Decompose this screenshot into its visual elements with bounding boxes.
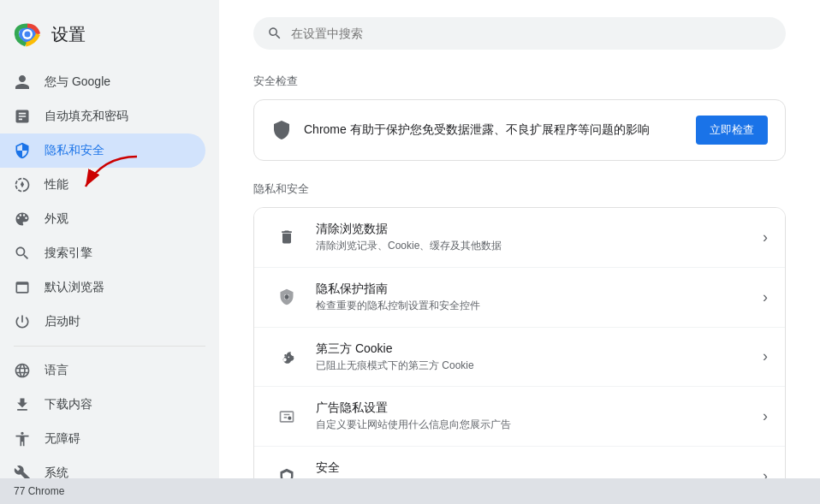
safety-check-section-title: 安全检查	[253, 74, 786, 89]
sidebar: 设置 您与 Google 自动填充和密码 隐私和安全 性能 外观 搜	[0, 0, 219, 504]
sidebar-item-browser[interactable]: 默认浏览器	[0, 270, 205, 305]
performance-icon	[14, 176, 31, 193]
download-icon	[14, 396, 31, 413]
appearance-icon	[14, 210, 31, 228]
startup-icon	[14, 313, 31, 330]
safety-card-left: Chrome 有助于保护您免受数据泄露、不良扩展程序等问题的影响	[271, 120, 650, 140]
check-now-button[interactable]: 立即检查	[696, 116, 768, 145]
sidebar-item-language-label: 语言	[45, 363, 68, 378]
menu-item-security-title: 安全	[316, 460, 756, 476]
sidebar-divider-1	[14, 346, 205, 347]
menu-item-cookie[interactable]: 第三方 Cookie 已阻止无痕模式下的第三方 Cookie ›	[254, 328, 785, 388]
search-bar	[253, 17, 786, 50]
svg-point-10	[285, 295, 289, 299]
privacy-section-title: 隐私和安全	[253, 181, 786, 197]
search-input[interactable]	[291, 27, 772, 40]
sidebar-header: 设置	[0, 14, 219, 65]
sidebar-item-download-label: 下载内容	[45, 397, 92, 412]
menu-item-privacy-guide[interactable]: 隐私保护指南 检查重要的隐私控制设置和安全控件 ›	[254, 268, 785, 328]
menu-item-clear-data[interactable]: 清除浏览数据 清除浏览记录、Cookie、缓存及其他数据 ›	[254, 208, 785, 268]
sidebar-item-appearance[interactable]: 外观	[0, 202, 205, 236]
safety-check-card: Chrome 有助于保护您免受数据泄露、不良扩展程序等问题的影响 立即检查	[253, 99, 786, 161]
sidebar-item-download[interactable]: 下载内容	[0, 388, 205, 422]
sidebar-item-privacy[interactable]: 隐私和安全	[0, 133, 205, 168]
sidebar-item-appearance-label: 外观	[45, 211, 68, 227]
chevron-right-icon-2: ›	[763, 288, 768, 306]
chrome-logo-icon	[14, 21, 41, 48]
eye-shield-icon	[271, 282, 302, 312]
sidebar-item-language[interactable]: 语言	[0, 353, 205, 388]
privacy-menu-list: 清除浏览数据 清除浏览记录、Cookie、缓存及其他数据 › 隐私保护指南 检查…	[253, 207, 786, 504]
chevron-right-icon-4: ›	[763, 407, 768, 425]
menu-item-cookie-desc: 已阻止无痕模式下的第三方 Cookie	[316, 359, 756, 373]
sidebar-item-google[interactable]: 您与 Google	[0, 65, 205, 99]
svg-point-11	[288, 416, 291, 419]
menu-item-ad-privacy[interactable]: 广告隐私设置 自定义要让网站使用什么信息向您展示广告 ›	[254, 387, 785, 447]
bottom-bar: 77 Chrome	[0, 478, 820, 504]
sidebar-item-performance-label: 性能	[45, 177, 68, 193]
main-content: 安全检查 Chrome 有助于保护您免受数据泄露、不良扩展程序等问题的影响 立即…	[219, 0, 820, 504]
menu-item-privacy-guide-desc: 检查重要的隐私控制设置和安全控件	[316, 299, 756, 313]
menu-item-clear-data-title: 清除浏览数据	[316, 222, 756, 237]
browser-icon	[14, 279, 31, 296]
sidebar-item-google-label: 您与 Google	[45, 74, 110, 90]
sidebar-item-performance[interactable]: 性能	[0, 168, 205, 202]
search-engine-icon	[14, 245, 31, 262]
sidebar-item-browser-label: 默认浏览器	[45, 280, 104, 295]
ad-icon	[271, 401, 302, 432]
privacy-menu-wrapper: 清除浏览数据 清除浏览记录、Cookie、缓存及其他数据 › 隐私保护指南 检查…	[253, 207, 786, 504]
sidebar-item-accessibility[interactable]: 无障碍	[0, 422, 205, 456]
trash-icon	[271, 222, 302, 252]
svg-point-4	[25, 32, 31, 38]
sidebar-item-startup[interactable]: 启动时	[0, 305, 205, 339]
search-icon	[267, 26, 282, 41]
menu-item-ad-privacy-desc: 自定义要让网站使用什么信息向您展示广告	[316, 418, 756, 432]
menu-item-ad-privacy-content: 广告隐私设置 自定义要让网站使用什么信息向您展示广告	[316, 400, 756, 432]
sidebar-item-search[interactable]: 搜索引擎	[0, 236, 205, 270]
menu-item-clear-data-content: 清除浏览数据 清除浏览记录、Cookie、缓存及其他数据	[316, 222, 756, 253]
sidebar-item-accessibility-label: 无障碍	[45, 431, 80, 447]
person-icon	[14, 74, 31, 91]
menu-item-privacy-guide-title: 隐私保护指南	[316, 282, 756, 297]
menu-item-cookie-title: 第三方 Cookie	[316, 341, 756, 357]
chevron-right-icon-3: ›	[763, 347, 768, 365]
sidebar-item-autofill-label: 自动填充和密码	[45, 109, 128, 124]
sidebar-item-startup-label: 启动时	[45, 314, 80, 329]
cookie-icon	[271, 341, 302, 372]
accessibility-icon	[14, 430, 31, 448]
menu-item-ad-privacy-title: 广告隐私设置	[316, 400, 756, 416]
menu-item-clear-data-desc: 清除浏览记录、Cookie、缓存及其他数据	[316, 239, 756, 253]
sidebar-item-privacy-label: 隐私和安全	[45, 143, 104, 158]
autofill-icon	[14, 108, 31, 125]
chevron-right-icon: ›	[763, 228, 768, 246]
bottom-bar-text: 77 Chrome	[14, 485, 64, 497]
safety-check-description: Chrome 有助于保护您免受数据泄露、不良扩展程序等问题的影响	[304, 122, 650, 138]
language-icon	[14, 362, 31, 379]
menu-item-privacy-guide-content: 隐私保护指南 检查重要的隐私控制设置和安全控件	[316, 282, 756, 313]
sidebar-item-autofill[interactable]: 自动填充和密码	[0, 99, 205, 133]
menu-item-cookie-content: 第三方 Cookie 已阻止无痕模式下的第三方 Cookie	[316, 341, 756, 373]
sidebar-item-search-label: 搜索引擎	[45, 246, 92, 261]
sidebar-title: 设置	[51, 23, 86, 46]
shield-icon	[14, 142, 31, 159]
safety-shield-icon	[271, 120, 292, 140]
